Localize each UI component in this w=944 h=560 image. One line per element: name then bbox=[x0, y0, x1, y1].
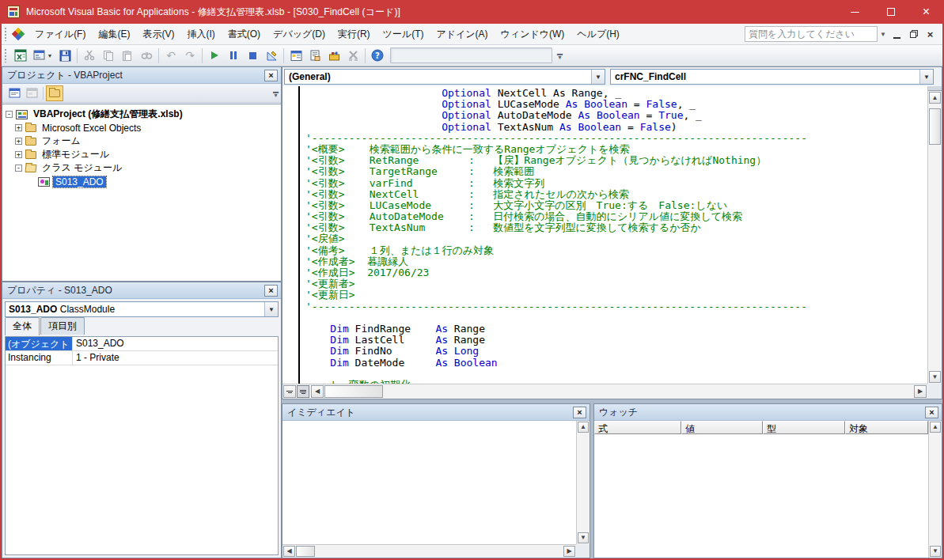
help-button[interactable]: ? bbox=[368, 47, 387, 65]
tree-row-excel-objects[interactable]: + Microsoft Excel Objects bbox=[2, 121, 281, 134]
immediate-input-area[interactable] bbox=[282, 421, 576, 544]
expand-icon[interactable]: + bbox=[15, 138, 22, 145]
menu-format[interactable]: 書式(O) bbox=[222, 25, 267, 44]
scroll-up-icon[interactable]: ▲ bbox=[578, 422, 589, 433]
menu-grip[interactable] bbox=[4, 27, 8, 41]
scrollbar-thumb[interactable] bbox=[929, 108, 941, 145]
view-excel-button[interactable] bbox=[11, 47, 30, 65]
watch-list-area[interactable] bbox=[594, 434, 928, 558]
watch-close-button[interactable]: × bbox=[925, 407, 938, 418]
code-editor[interactable]: Optional NextCell As Range, _ Optional L… bbox=[282, 86, 927, 384]
properties-panel-close-button[interactable]: × bbox=[264, 285, 278, 297]
copy-button[interactable] bbox=[99, 47, 118, 65]
property-row[interactable]: Instancing 1 - Private bbox=[6, 351, 278, 365]
view-object-button[interactable] bbox=[23, 85, 40, 101]
scroll-left-icon[interactable]: ◀ bbox=[311, 385, 324, 398]
column-type[interactable]: 型 bbox=[763, 421, 845, 434]
find-button[interactable] bbox=[137, 47, 156, 65]
expand-icon[interactable]: + bbox=[15, 151, 22, 158]
property-value[interactable]: 1 - Private bbox=[73, 351, 278, 365]
menu-debug[interactable]: デバッグ(D) bbox=[267, 25, 332, 44]
expand-icon[interactable]: + bbox=[15, 124, 22, 131]
menu-window[interactable]: ウィンドウ(W) bbox=[495, 25, 571, 44]
design-mode-button[interactable] bbox=[262, 47, 281, 65]
scroll-left-icon[interactable]: ◀ bbox=[283, 546, 295, 557]
mdi-minimize-button[interactable] bbox=[889, 28, 904, 40]
close-button[interactable]: × bbox=[908, 0, 944, 24]
immediate-horizontal-scrollbar[interactable]: ◀ ▶ bbox=[282, 544, 576, 558]
insert-userform-button[interactable]: ▼ bbox=[30, 47, 55, 65]
cut-button[interactable] bbox=[80, 47, 99, 65]
tree-label[interactable]: VBAProject (修繕支払管理表.xlsb) bbox=[31, 108, 185, 121]
dropdown-arrow-icon[interactable]: ▼ bbox=[264, 302, 278, 316]
object-dropdown[interactable]: (General) ▼ bbox=[284, 69, 605, 85]
tree-row-class-modules[interactable]: - クラス モジュール bbox=[2, 161, 281, 175]
menu-addins[interactable]: アドイン(A) bbox=[430, 25, 494, 44]
scroll-right-icon[interactable]: ▶ bbox=[914, 385, 927, 398]
undo-button[interactable]: ↶ bbox=[161, 47, 180, 65]
tab-alphabetic[interactable]: 全体 bbox=[5, 317, 40, 335]
minimize-button[interactable] bbox=[837, 0, 873, 24]
scroll-down-icon[interactable]: ▼ bbox=[578, 532, 589, 543]
tree-row-forms[interactable]: + フォーム bbox=[2, 134, 281, 148]
toggle-folders-button[interactable] bbox=[46, 85, 63, 101]
tree-row-project-root[interactable]: - VBAProject (修繕支払管理表.xlsb) bbox=[2, 108, 281, 121]
view-code-button[interactable] bbox=[6, 85, 23, 101]
redo-button[interactable]: ↷ bbox=[180, 47, 199, 65]
tree-row-standard-modules[interactable]: + 標準モジュール bbox=[2, 148, 281, 161]
property-name[interactable]: Instancing bbox=[6, 351, 73, 365]
run-button[interactable] bbox=[205, 47, 224, 65]
toolbar-overflow-icon[interactable]: ▬▼ bbox=[554, 47, 566, 65]
immediate-close-button[interactable]: × bbox=[573, 407, 586, 418]
dropdown-arrow-icon[interactable]: ▼ bbox=[919, 70, 933, 84]
split-handle[interactable] bbox=[928, 86, 942, 91]
collapse-icon[interactable]: - bbox=[15, 165, 22, 172]
scroll-right-icon[interactable]: ▶ bbox=[563, 546, 575, 557]
document-icon[interactable] bbox=[13, 28, 24, 40]
menu-insert[interactable]: 挿入(I) bbox=[180, 25, 221, 44]
dropdown-arrow-icon[interactable]: ▼ bbox=[591, 70, 605, 84]
code-margin-indicator-bar[interactable] bbox=[282, 86, 300, 384]
maximize-button[interactable] bbox=[873, 0, 908, 24]
immediate-vertical-scrollbar[interactable]: ▲ ▼ bbox=[576, 421, 590, 544]
full-module-view-button[interactable] bbox=[297, 385, 309, 398]
collapse-icon[interactable]: - bbox=[6, 111, 13, 118]
project-explorer-button[interactable] bbox=[286, 47, 305, 65]
procedure-view-button[interactable] bbox=[283, 385, 296, 398]
scroll-down-icon[interactable]: ▼ bbox=[929, 371, 941, 383]
menu-run[interactable]: 実行(R) bbox=[332, 25, 377, 44]
mdi-restore-button[interactable] bbox=[906, 28, 921, 40]
tree-label-selected[interactable]: S013_ADO bbox=[53, 176, 106, 187]
tree-label[interactable]: クラス モジュール bbox=[40, 161, 124, 175]
mdi-close-button[interactable]: × bbox=[923, 28, 938, 40]
procedure-dropdown[interactable]: crFNC_FindCell ▼ bbox=[610, 69, 934, 85]
toolbar-grip[interactable] bbox=[4, 48, 8, 62]
scrollbar-thumb[interactable] bbox=[324, 385, 383, 398]
tree-row-class-s013-ado[interactable]: S013_ADO bbox=[2, 175, 281, 188]
menu-view[interactable]: 表示(V) bbox=[136, 25, 180, 44]
property-row[interactable]: (オブジェクト名) S013_ADO bbox=[6, 337, 278, 351]
break-button[interactable] bbox=[224, 47, 243, 65]
watch-vertical-scrollbar[interactable]: ▲ ▼ bbox=[928, 421, 942, 558]
menu-file[interactable]: ファイル(F) bbox=[28, 25, 92, 44]
tree-label[interactable]: フォーム bbox=[40, 134, 83, 148]
column-context[interactable]: 対象 bbox=[845, 421, 928, 434]
project-toolbar-overflow-icon[interactable]: ▬▼ bbox=[273, 89, 279, 97]
property-name[interactable]: (オブジェクト名) bbox=[6, 337, 73, 350]
column-value[interactable]: 値 bbox=[681, 421, 763, 434]
column-expression[interactable]: 式 bbox=[594, 421, 681, 434]
tab-categorized[interactable]: 項目別 bbox=[40, 317, 85, 335]
help-search-dropdown-icon[interactable]: ▼ bbox=[878, 26, 889, 42]
object-selector-combobox[interactable]: S013_ADO ClassModule ▼ bbox=[5, 301, 279, 317]
menu-tools[interactable]: ツール(T) bbox=[377, 25, 430, 44]
tree-label[interactable]: 標準モジュール bbox=[40, 148, 112, 161]
project-panel-close-button[interactable]: × bbox=[264, 70, 278, 81]
code-vertical-scrollbar[interactable]: ▲ ▼ bbox=[927, 86, 942, 384]
scrollbar-thumb[interactable] bbox=[296, 546, 315, 557]
reset-button[interactable] bbox=[243, 47, 262, 65]
scroll-up-icon[interactable]: ▲ bbox=[929, 92, 941, 104]
scroll-down-icon[interactable]: ▼ bbox=[930, 546, 941, 557]
scroll-up-icon[interactable]: ▲ bbox=[930, 422, 941, 433]
help-search-input[interactable] bbox=[745, 26, 878, 42]
toolbox-button[interactable] bbox=[324, 47, 343, 65]
